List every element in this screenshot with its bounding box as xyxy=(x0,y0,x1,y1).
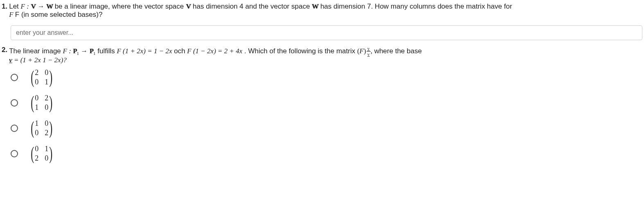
q1-line2-text: F (in some selected bases)? xyxy=(15,11,103,18)
q2-arrow: → xyxy=(79,47,90,55)
cell: 2 xyxy=(35,68,39,77)
paren-right-icon: ) xyxy=(49,146,52,161)
q2-eq1: F (1 + 2x) = 1 − 2x xyxy=(117,47,172,55)
q2-eq2: F (1 − 2x) = 2 + 4x xyxy=(187,47,242,55)
radio-option-1[interactable] xyxy=(11,74,18,81)
q2-basis-def: = (1 + 2x 1 − 2x)? xyxy=(12,56,67,64)
matrix-option-1: ( 2 0 0 1 ) xyxy=(29,68,54,86)
cell: 0 xyxy=(45,68,49,77)
radio-option-4[interactable] xyxy=(11,150,18,157)
option-4[interactable]: ( 0 1 2 0 ) xyxy=(11,145,642,163)
radio-option-2[interactable] xyxy=(11,99,18,107)
paren-right-icon: ) xyxy=(49,95,52,110)
q2-text-a: The linear image xyxy=(9,47,63,55)
q1-text-b: be a linear image, where the vector spac… xyxy=(55,2,186,10)
question-2-text: The linear image F : P1 → P1 fulfills F … xyxy=(9,46,642,64)
option-3[interactable]: ( 1 0 0 2 ) xyxy=(11,119,642,137)
answer-input-q1[interactable] xyxy=(11,25,642,40)
matrix-cells-3: 1 0 0 2 xyxy=(35,119,49,137)
cell: 0 xyxy=(35,145,39,153)
cell: 2 xyxy=(35,154,39,163)
q2-v-bot: v xyxy=(367,52,370,57)
cell: 2 xyxy=(45,129,49,137)
q1-space-W-2: W xyxy=(312,2,318,11)
q2-v-top: v xyxy=(367,46,370,51)
q1-text-c: has dimension 4 and the vector space xyxy=(193,2,312,10)
q1-text-a: Let xyxy=(9,2,20,10)
option-1[interactable]: ( 2 0 0 1 ) xyxy=(11,68,642,86)
q2-space-P1-b: P xyxy=(90,47,93,55)
cell: 1 xyxy=(35,119,39,128)
q2-matrix-F-notation: (F) v v xyxy=(357,46,371,56)
q1-line2: F F (in some selected bases)? xyxy=(9,11,102,18)
q2-vfrac: v v xyxy=(367,46,371,57)
paren-right-icon: ) xyxy=(49,70,52,84)
q2-options: ( 2 0 0 1 ) ( 0 2 1 0 ) xyxy=(11,68,642,163)
question-2-number: 2. xyxy=(2,46,7,54)
q2-fF: F xyxy=(360,47,364,55)
q2-sub-a: 1 xyxy=(77,51,79,56)
paren-left-icon: ( xyxy=(31,146,34,161)
option-2[interactable]: ( 0 2 1 0 ) xyxy=(11,94,642,112)
matrix-option-2: ( 0 2 1 0 ) xyxy=(29,94,54,112)
cell: 0 xyxy=(45,119,49,128)
radio-option-3[interactable] xyxy=(11,125,18,132)
cell: 1 xyxy=(45,78,49,86)
q1-text-d: has dimension 7. How many columns does t… xyxy=(320,2,512,10)
cell: 0 xyxy=(35,78,39,86)
q1-map-F: F : xyxy=(21,2,31,10)
q2-text-b: fulfills xyxy=(97,47,117,55)
q1-space-W: W xyxy=(46,2,53,11)
matrix-cells-1: 2 0 0 1 xyxy=(35,68,49,86)
question-2: 2. The linear image F : P1 → P1 fulfills… xyxy=(2,46,642,163)
q2-basis-v: v xyxy=(9,56,12,64)
q2-och: och xyxy=(174,47,187,55)
paren-left-icon: ( xyxy=(31,70,34,84)
matrix-cells-2: 0 2 1 0 xyxy=(35,94,49,112)
cell: 0 xyxy=(45,103,49,112)
q2-space-P1-a: P xyxy=(73,47,77,55)
cell: 0 xyxy=(35,129,39,137)
q2-text-c: . Which of the following is the matrix xyxy=(244,47,357,55)
cell: 1 xyxy=(45,145,49,153)
paren-left-icon: ( xyxy=(31,121,34,135)
matrix-option-4: ( 0 1 2 0 ) xyxy=(29,145,54,163)
q1-arrow: → xyxy=(36,2,46,10)
question-1-text: Let F : V → W be a linear image, where t… xyxy=(9,2,642,19)
matrix-cells-4: 0 1 2 0 xyxy=(35,145,49,163)
q1-space-V-2: V xyxy=(186,2,191,11)
q2-comma: , xyxy=(371,47,372,55)
cell: 0 xyxy=(35,94,39,102)
paren-right-icon: ) xyxy=(49,121,52,135)
cell: 2 xyxy=(45,94,49,102)
cell: 0 xyxy=(45,154,49,163)
question-1-number: 1. xyxy=(2,2,7,11)
q2-sub-b: 1 xyxy=(93,51,96,56)
q2-map-F: F : xyxy=(63,47,73,55)
cell: 1 xyxy=(35,103,39,112)
q2-fparen-r: ) xyxy=(364,47,366,55)
q1-space-V: V xyxy=(31,2,36,11)
matrix-option-3: ( 1 0 0 2 ) xyxy=(29,119,54,137)
question-1: 1. Let F : V → W be a linear image, wher… xyxy=(2,2,642,40)
q2-text-d: where the base xyxy=(374,47,422,55)
paren-left-icon: ( xyxy=(31,95,34,110)
